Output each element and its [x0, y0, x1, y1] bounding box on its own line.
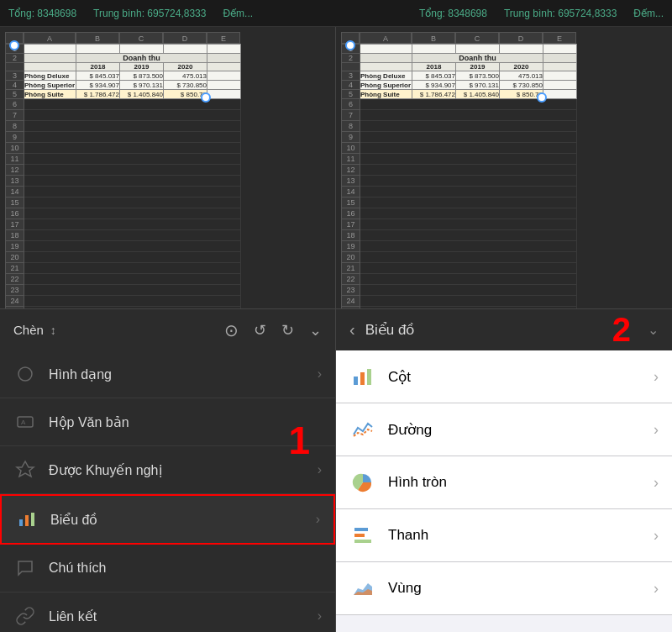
- table-row-r5: 5 Phòng Suite $ 1.786.472 $ 1.405.840 $ …: [342, 90, 577, 99]
- more-icon[interactable]: ⌄: [309, 321, 322, 340]
- comment-icon: [13, 556, 37, 580]
- stat-count-right: Đếm...: [633, 8, 664, 19]
- menu-item-chu-thich[interactable]: Chú thích: [0, 545, 335, 592]
- menu-item-bieu-do[interactable]: Biểu đồ ›: [0, 494, 335, 545]
- chart-menu-item-vung[interactable]: Vùng ›: [336, 562, 672, 615]
- undo-icon[interactable]: ↺: [254, 321, 266, 340]
- chart-menu-item-thanh[interactable]: Thanh ›: [336, 509, 672, 562]
- stats-bar: Tổng: 8348698 Trung bình: 695724,8333 Đế…: [0, 0, 672, 27]
- menu-item-hinh-dang-label: Hình dạng: [49, 366, 306, 382]
- duong-arrow: ›: [654, 421, 659, 439]
- col-header-e: E: [207, 32, 240, 44]
- link-icon: [13, 604, 37, 628]
- col-header-b-r: B: [412, 32, 455, 44]
- shape-icon: [13, 362, 37, 386]
- col-header-c: C: [119, 32, 163, 44]
- menu-item-hop-van-ban[interactable]: A Hộp Văn bản: [0, 398, 335, 446]
- sort-icon[interactable]: ↕: [50, 324, 56, 337]
- table-row-r-years: 2018 2019 2020: [342, 63, 577, 71]
- toolbar-icons: ⊙ ↺ ↻ ⌄: [224, 320, 322, 340]
- stat-avg: Trung bình: 695724,8333: [93, 8, 206, 19]
- col-header-a: A: [24, 32, 76, 44]
- chart-menu-cot-label: Cột: [388, 368, 642, 386]
- svg-rect-7: [360, 372, 365, 385]
- svg-text:A: A: [21, 419, 26, 426]
- redo-icon[interactable]: ↻: [281, 321, 294, 340]
- chart-icon: [15, 508, 39, 531]
- recommend-arrow: ›: [318, 462, 322, 477]
- table-row-1: 1: [6, 45, 241, 54]
- line-chart-icon: [349, 416, 376, 443]
- right-panel: A B C D E 1: [336, 27, 672, 632]
- right-toolbar: ‹ Biểu đồ 2 ⌄: [336, 308, 672, 350]
- svg-rect-8: [367, 369, 371, 385]
- vung-arrow: ›: [654, 580, 659, 598]
- col-header-a-r: A: [360, 32, 412, 44]
- chart-menu-duong-label: Đường: [388, 421, 642, 439]
- thanh-arrow: ›: [654, 527, 659, 545]
- step2-badge: 2: [612, 311, 631, 349]
- left-panel: A B C D E 1: [0, 27, 336, 632]
- back-button[interactable]: ‹: [349, 320, 355, 340]
- left-toolbar: Chèn ↕ ⊙ ↺ ↻ ⌄: [0, 308, 335, 350]
- table-row-r1: 1: [342, 45, 577, 54]
- svg-rect-6: [354, 377, 358, 385]
- svg-rect-11: [354, 534, 365, 537]
- toolbar-title: Chèn: [13, 323, 44, 337]
- col-header-d-r: D: [499, 32, 543, 44]
- svg-rect-10: [354, 528, 368, 531]
- chart-menu-item-hinh-tron[interactable]: Hình tròn ›: [336, 456, 672, 509]
- menu-item-hop-van-ban-label: Hộp Văn bản: [49, 414, 322, 430]
- svg-rect-12: [354, 540, 371, 543]
- table-row-r3: 3 Phòng Deluxe $ 845.037 $ 873.500 475.0…: [342, 71, 577, 81]
- area-chart-icon: [349, 575, 376, 602]
- lien-ket-arrow: ›: [318, 608, 322, 624]
- textbox-icon: A: [13, 410, 37, 434]
- table-row-4: 4 Phòng Superior $ 934.907 $ 970.131 $ 7…: [6, 81, 241, 90]
- col-header-b: B: [76, 32, 119, 44]
- insert-menu: 1 Hình dạng › A Hộp V: [0, 350, 335, 632]
- svg-rect-3: [19, 519, 23, 526]
- col-header-c-r: C: [455, 32, 499, 44]
- table-row-5: 5 Phòng Suite $ 1.786.472 $ 1.405.840 $ …: [6, 90, 241, 99]
- stat-total: Tổng: 8348698: [8, 8, 76, 19]
- menu-item-recommend-label: Được Khuyến nghị: [49, 462, 306, 478]
- chart-menu-thanh-label: Thanh: [388, 527, 642, 544]
- table-row-r2: 2 Doanh thu: [342, 54, 577, 63]
- svg-rect-4: [25, 515, 29, 526]
- menu-item-chu-thich-label: Chú thích: [49, 561, 322, 576]
- stat-total-right: Tổng: 8348698: [419, 8, 487, 19]
- chart-menu-vung-label: Vùng: [388, 580, 642, 597]
- stat-avg-right: Trung bình: 695724,8333: [504, 8, 617, 19]
- bar-chart-icon: [349, 363, 376, 390]
- panels-container: A B C D E 1: [0, 27, 672, 632]
- table-row-2: 2 Doanh thu: [6, 54, 241, 63]
- right-spreadsheet[interactable]: A B C D E 1: [336, 27, 672, 308]
- cot-arrow: ›: [654, 368, 659, 386]
- table-row-years: 2018 2019 2020: [6, 63, 241, 71]
- chart-menu-item-cot[interactable]: Cột ›: [336, 350, 672, 403]
- pin-icon[interactable]: ⊙: [224, 320, 239, 340]
- hinh-tron-arrow: ›: [654, 474, 659, 492]
- col-header-e-r: E: [543, 32, 576, 44]
- menu-item-hinh-dang[interactable]: Hình dạng ›: [0, 350, 335, 398]
- hinh-dang-arrow: ›: [318, 366, 322, 382]
- pie-chart-icon: [349, 469, 376, 496]
- menu-item-lien-ket[interactable]: Liên kết ›: [0, 592, 335, 632]
- table-row-3: 3 Phòng Deluxe $ 845.037 $ 873.500 475.0…: [6, 71, 241, 81]
- menu-item-lien-ket-label: Liên kết: [49, 608, 306, 624]
- chart-menu-item-duong[interactable]: Đường ›: [336, 403, 672, 456]
- menu-item-bieu-do-label: Biểu đồ: [50, 512, 304, 528]
- dropdown-arrow[interactable]: ⌄: [648, 322, 659, 338]
- chart-menu: Cột › Đường ›: [336, 350, 672, 632]
- stat-count: Đếm...: [223, 8, 253, 19]
- menu-item-duoc-khuyen-nghi[interactable]: Được Khuyến nghị ›: [0, 446, 335, 494]
- svg-point-0: [18, 367, 32, 381]
- table-row-r4: 4 Phòng Superior $ 934.907 $ 970.131 $ 7…: [342, 81, 577, 90]
- chart-menu-hinh-tron-label: Hình tròn: [388, 474, 642, 491]
- right-toolbar-title: Biểu đồ: [365, 321, 602, 339]
- horizontal-bar-icon: [349, 522, 376, 549]
- toolbar-left: Chèn ↕: [13, 323, 56, 337]
- svg-rect-5: [31, 513, 34, 526]
- left-spreadsheet[interactable]: A B C D E 1: [0, 27, 335, 308]
